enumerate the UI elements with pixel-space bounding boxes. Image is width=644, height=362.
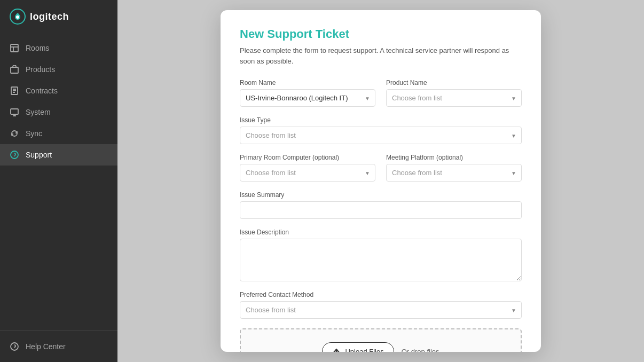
svg-rect-2 [11,44,18,52]
room-name-label: Room Name [240,79,375,86]
sidebar-bottom: Help Center [0,330,117,362]
modal-subtitle: Please complete the form to request supp… [240,45,522,66]
logo-text: logitech [30,11,69,22]
primary-room-group: Primary Room Computer (optional) Choose … [240,154,375,182]
sidebar-item-help-center-label: Help Center [26,342,66,351]
upload-or-text: Or drop files [402,348,439,352]
form-row-3: Primary Room Computer (optional) Choose … [240,154,522,182]
issue-summary-group: Issue Summary [240,191,522,219]
form-row-1: Room Name US-Irvine-Bonnaroo (Logitech I… [240,79,522,107]
product-name-label: Product Name [386,79,522,86]
sidebar-item-support[interactable]: Support [0,144,117,166]
primary-room-select[interactable]: Choose from list [240,164,375,182]
upload-button-label: Upload Files [345,348,383,352]
sidebar-item-rooms-label: Rooms [26,44,49,52]
issue-description-label: Issue Description [240,229,522,236]
sidebar: logitech Rooms Products Contracts [0,0,117,362]
svg-rect-5 [11,109,18,114]
room-name-group: Room Name US-Irvine-Bonnaroo (Logitech I… [240,79,375,107]
svg-rect-3 [11,67,18,73]
rooms-icon [10,43,19,53]
support-ticket-modal: New Support Ticket Please complete the f… [221,10,541,352]
preferred-contact-label: Preferred Contact Method [240,291,522,298]
support-icon [10,150,19,160]
primary-room-label: Primary Room Computer (optional) [240,154,375,161]
preferred-contact-group: Preferred Contact Method Choose from lis… [240,291,522,319]
sidebar-item-contracts[interactable]: Contracts [0,80,117,101]
issue-type-group: Issue Type Choose from list ▼ [240,116,522,144]
room-name-select[interactable]: US-Irvine-Bonnaroo (Logitech IT) [240,89,375,107]
preferred-contact-wrapper: Choose from list ▼ [240,301,522,319]
meeting-platform-select[interactable]: Choose from list [386,164,522,182]
issue-description-textarea[interactable] [240,239,522,281]
issue-summary-label: Issue Summary [240,191,522,199]
help-center-icon [10,342,19,351]
product-name-wrapper: Choose from list ▼ [386,89,522,107]
sidebar-item-products-label: Products [26,65,55,74]
sidebar-item-support-label: Support [26,151,52,159]
upload-icon [332,347,341,352]
meeting-platform-label: Meeting Platform (optional) [386,154,522,161]
contracts-icon [10,86,19,96]
product-name-select[interactable]: Choose from list [386,89,522,107]
sidebar-item-products[interactable]: Products [0,59,117,80]
modal-overlay: New Support Ticket Please complete the f… [117,0,644,362]
logo: logitech [0,0,117,33]
system-icon [10,107,19,117]
issue-type-label: Issue Type [240,116,522,124]
issue-description-group: Issue Description [240,229,522,281]
product-name-group: Product Name Choose from list ▼ [386,79,522,107]
modal-title: New Support Ticket [240,27,522,41]
meeting-platform-group: Meeting Platform (optional) Choose from … [386,154,522,182]
form-row-issue-summary: Issue Summary [240,191,522,219]
logitech-logo-icon [10,9,26,25]
sidebar-nav: Rooms Products Contracts System [0,33,117,330]
form-row-issue-description: Issue Description [240,229,522,281]
issue-type-wrapper: Choose from list ▼ [240,127,522,144]
sidebar-item-contracts-label: Contracts [26,86,58,95]
sync-icon [10,129,19,138]
primary-room-wrapper: Choose from list ▼ [240,164,375,182]
svg-point-1 [16,15,19,19]
sidebar-item-sync[interactable]: Sync [0,123,117,144]
form-row-2: Issue Type Choose from list ▼ [240,116,522,144]
room-name-wrapper: US-Irvine-Bonnaroo (Logitech IT) ▼ [240,89,375,107]
svg-point-7 [11,343,18,350]
upload-files-button[interactable]: Upload Files [322,342,394,352]
preferred-contact-select[interactable]: Choose from list [240,301,522,319]
meeting-platform-wrapper: Choose from list ▼ [386,164,522,182]
svg-point-6 [11,151,18,159]
issue-type-select[interactable]: Choose from list [240,127,522,144]
sidebar-item-help-center[interactable]: Help Center [10,337,108,356]
products-icon [10,65,19,74]
main-content: New Support Ticket Please complete the f… [117,0,644,362]
sidebar-item-rooms[interactable]: Rooms [0,37,117,59]
sidebar-item-sync-label: Sync [26,129,42,138]
sidebar-item-system-label: System [26,108,51,116]
issue-summary-input[interactable] [240,201,522,219]
upload-zone: Upload Files Or drop files [240,328,522,352]
form-row-contact: Preferred Contact Method Choose from lis… [240,291,522,319]
sidebar-item-system[interactable]: System [0,101,117,123]
